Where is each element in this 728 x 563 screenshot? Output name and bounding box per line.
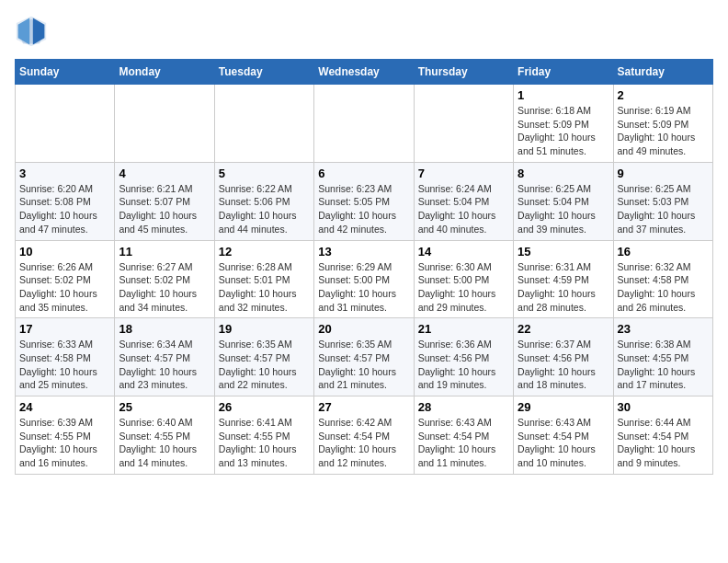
- day-number: 30: [618, 400, 709, 414]
- calendar-week-5: 24Sunrise: 6:39 AM Sunset: 4:55 PM Dayli…: [16, 396, 713, 475]
- day-info: Sunrise: 6:43 AM Sunset: 4:54 PM Dayligh…: [418, 416, 509, 470]
- day-number: 2: [618, 88, 709, 102]
- day-info: Sunrise: 6:33 AM Sunset: 4:58 PM Dayligh…: [19, 338, 110, 392]
- calendar-cell: 26Sunrise: 6:41 AM Sunset: 4:55 PM Dayli…: [214, 396, 313, 475]
- day-header-tuesday: Tuesday: [214, 60, 313, 85]
- day-info: Sunrise: 6:44 AM Sunset: 4:54 PM Dayligh…: [618, 416, 709, 470]
- day-header-wednesday: Wednesday: [314, 60, 414, 85]
- day-info: Sunrise: 6:38 AM Sunset: 4:55 PM Dayligh…: [618, 338, 709, 392]
- day-number: 11: [119, 245, 210, 259]
- calendar-cell: 4Sunrise: 6:21 AM Sunset: 5:07 PM Daylig…: [115, 162, 214, 240]
- day-info: Sunrise: 6:34 AM Sunset: 4:57 PM Dayligh…: [119, 338, 210, 392]
- day-number: 29: [518, 400, 609, 414]
- calendar-cell: 11Sunrise: 6:27 AM Sunset: 5:02 PM Dayli…: [115, 240, 214, 318]
- day-info: Sunrise: 6:21 AM Sunset: 5:07 PM Dayligh…: [119, 182, 210, 236]
- day-number: 1: [518, 88, 609, 102]
- day-number: 26: [219, 400, 310, 414]
- day-info: Sunrise: 6:32 AM Sunset: 4:58 PM Dayligh…: [618, 260, 709, 315]
- day-number: 15: [518, 245, 609, 259]
- calendar-cell: 13Sunrise: 6:29 AM Sunset: 5:00 PM Dayli…: [314, 240, 414, 318]
- day-info: Sunrise: 6:24 AM Sunset: 5:04 PM Dayligh…: [418, 182, 509, 236]
- calendar-cell: [314, 85, 414, 163]
- calendar-cell: 14Sunrise: 6:30 AM Sunset: 5:00 PM Dayli…: [414, 240, 513, 318]
- day-info: Sunrise: 6:43 AM Sunset: 4:54 PM Dayligh…: [518, 416, 609, 470]
- day-header-friday: Friday: [514, 60, 613, 85]
- calendar-cell: [16, 85, 115, 163]
- day-info: Sunrise: 6:36 AM Sunset: 4:56 PM Dayligh…: [418, 338, 509, 392]
- calendar-cell: 6Sunrise: 6:23 AM Sunset: 5:05 PM Daylig…: [314, 162, 414, 240]
- calendar-cell: [115, 85, 214, 163]
- calendar-cell: 24Sunrise: 6:39 AM Sunset: 4:55 PM Dayli…: [16, 396, 115, 475]
- calendar-cell: [414, 85, 513, 163]
- day-number: 8: [518, 167, 609, 180]
- day-info: Sunrise: 6:19 AM Sunset: 5:09 PM Dayligh…: [618, 104, 709, 158]
- day-number: 10: [19, 245, 110, 259]
- page-header: [15, 15, 713, 48]
- day-header-sunday: Sunday: [16, 60, 115, 85]
- calendar-cell: 27Sunrise: 6:42 AM Sunset: 4:54 PM Dayli…: [314, 396, 414, 475]
- calendar-cell: 12Sunrise: 6:28 AM Sunset: 5:01 PM Dayli…: [214, 240, 313, 318]
- calendar-cell: 18Sunrise: 6:34 AM Sunset: 4:57 PM Dayli…: [115, 318, 214, 396]
- calendar-week-1: 1Sunrise: 6:18 AM Sunset: 5:09 PM Daylig…: [16, 85, 713, 163]
- calendar-cell: 9Sunrise: 6:25 AM Sunset: 5:03 PM Daylig…: [613, 162, 712, 240]
- calendar-cell: 1Sunrise: 6:18 AM Sunset: 5:09 PM Daylig…: [514, 85, 613, 163]
- calendar-cell: 20Sunrise: 6:35 AM Sunset: 4:57 PM Dayli…: [314, 318, 414, 396]
- day-number: 17: [19, 322, 110, 336]
- day-info: Sunrise: 6:23 AM Sunset: 5:05 PM Dayligh…: [318, 182, 409, 236]
- day-number: 23: [618, 322, 709, 336]
- day-number: 25: [119, 400, 210, 414]
- day-info: Sunrise: 6:18 AM Sunset: 5:09 PM Dayligh…: [518, 104, 609, 158]
- calendar-cell: 5Sunrise: 6:22 AM Sunset: 5:06 PM Daylig…: [214, 162, 313, 240]
- day-number: 18: [119, 322, 210, 336]
- day-info: Sunrise: 6:22 AM Sunset: 5:06 PM Dayligh…: [219, 182, 310, 236]
- day-header-saturday: Saturday: [613, 60, 712, 85]
- day-info: Sunrise: 6:28 AM Sunset: 5:01 PM Dayligh…: [219, 260, 310, 315]
- day-info: Sunrise: 6:35 AM Sunset: 4:57 PM Dayligh…: [318, 338, 409, 392]
- day-info: Sunrise: 6:27 AM Sunset: 5:02 PM Dayligh…: [119, 260, 210, 315]
- calendar-week-4: 17Sunrise: 6:33 AM Sunset: 4:58 PM Dayli…: [16, 318, 713, 396]
- day-info: Sunrise: 6:35 AM Sunset: 4:57 PM Dayligh…: [219, 338, 310, 392]
- calendar-week-2: 3Sunrise: 6:20 AM Sunset: 5:08 PM Daylig…: [16, 162, 713, 240]
- calendar-cell: 16Sunrise: 6:32 AM Sunset: 4:58 PM Dayli…: [613, 240, 712, 318]
- day-number: 21: [418, 322, 509, 336]
- calendar-cell: 21Sunrise: 6:36 AM Sunset: 4:56 PM Dayli…: [414, 318, 513, 396]
- day-number: 4: [119, 167, 210, 180]
- day-number: 12: [219, 245, 310, 259]
- calendar-cell: 28Sunrise: 6:43 AM Sunset: 4:54 PM Dayli…: [414, 396, 513, 475]
- day-info: Sunrise: 6:20 AM Sunset: 5:08 PM Dayligh…: [19, 182, 110, 236]
- day-number: 7: [418, 167, 509, 180]
- day-info: Sunrise: 6:30 AM Sunset: 5:00 PM Dayligh…: [418, 260, 509, 315]
- day-info: Sunrise: 6:31 AM Sunset: 4:59 PM Dayligh…: [518, 260, 609, 315]
- calendar-cell: [214, 85, 313, 163]
- calendar-cell: 3Sunrise: 6:20 AM Sunset: 5:08 PM Daylig…: [16, 162, 115, 240]
- calendar-cell: 30Sunrise: 6:44 AM Sunset: 4:54 PM Dayli…: [613, 396, 712, 475]
- calendar-cell: 19Sunrise: 6:35 AM Sunset: 4:57 PM Dayli…: [214, 318, 313, 396]
- calendar-cell: 7Sunrise: 6:24 AM Sunset: 5:04 PM Daylig…: [414, 162, 513, 240]
- calendar-cell: 25Sunrise: 6:40 AM Sunset: 4:55 PM Dayli…: [115, 396, 214, 475]
- day-info: Sunrise: 6:25 AM Sunset: 5:04 PM Dayligh…: [518, 182, 609, 236]
- day-number: 24: [19, 400, 110, 414]
- day-number: 27: [318, 400, 409, 414]
- calendar-table: SundayMondayTuesdayWednesdayThursdayFrid…: [15, 59, 713, 475]
- calendar-cell: 17Sunrise: 6:33 AM Sunset: 4:58 PM Dayli…: [16, 318, 115, 396]
- day-info: Sunrise: 6:39 AM Sunset: 4:55 PM Dayligh…: [19, 416, 110, 470]
- day-number: 16: [618, 245, 709, 259]
- day-number: 9: [618, 167, 709, 180]
- day-header-monday: Monday: [115, 60, 214, 85]
- day-info: Sunrise: 6:42 AM Sunset: 4:54 PM Dayligh…: [318, 416, 409, 470]
- logo: [15, 15, 51, 48]
- day-number: 5: [219, 167, 310, 180]
- calendar-week-3: 10Sunrise: 6:26 AM Sunset: 5:02 PM Dayli…: [16, 240, 713, 318]
- day-number: 13: [318, 245, 409, 259]
- day-number: 3: [19, 167, 110, 180]
- day-info: Sunrise: 6:26 AM Sunset: 5:02 PM Dayligh…: [19, 260, 110, 315]
- day-header-thursday: Thursday: [414, 60, 513, 85]
- calendar-cell: 8Sunrise: 6:25 AM Sunset: 5:04 PM Daylig…: [514, 162, 613, 240]
- day-number: 19: [219, 322, 310, 336]
- calendar-cell: 22Sunrise: 6:37 AM Sunset: 4:56 PM Dayli…: [514, 318, 613, 396]
- day-info: Sunrise: 6:25 AM Sunset: 5:03 PM Dayligh…: [618, 182, 709, 236]
- day-info: Sunrise: 6:29 AM Sunset: 5:00 PM Dayligh…: [318, 260, 409, 315]
- calendar-header-row: SundayMondayTuesdayWednesdayThursdayFrid…: [16, 60, 713, 85]
- calendar-cell: 10Sunrise: 6:26 AM Sunset: 5:02 PM Dayli…: [16, 240, 115, 318]
- day-info: Sunrise: 6:37 AM Sunset: 4:56 PM Dayligh…: [518, 338, 609, 392]
